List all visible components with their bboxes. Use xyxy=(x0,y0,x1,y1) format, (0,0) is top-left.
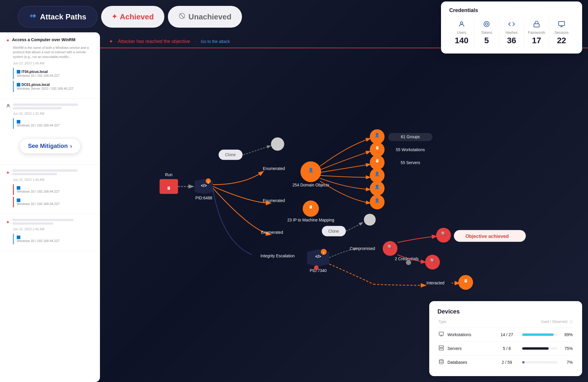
workstations-icon xyxy=(439,331,444,338)
edge-to-enum2 xyxy=(213,186,270,203)
sidebar-item-1-desc: WinRM is the name of both a Windows serv… xyxy=(13,46,94,59)
edge-to-group2 xyxy=(320,176,370,177)
svg-text:Integrity Escalation: Integrity Escalation xyxy=(260,254,295,258)
banner-icon: ✦ xyxy=(109,38,113,45)
databases-icon xyxy=(439,359,444,366)
device-row-workstations: Workstations 14 / 27 89% xyxy=(437,328,574,341)
edge-clone-bottom xyxy=(346,223,362,231)
credential-tokens: Tokens 5 xyxy=(474,18,499,48)
sidebar-device-1a: IT04.picus.local Windows 10 / 192.168.44… xyxy=(13,68,94,79)
threat-icon-3: ✦ xyxy=(6,170,10,176)
sidebar-item-3-date: Jun 22, 2023 1:46 AM xyxy=(13,178,94,181)
svg-text:55 Servers: 55 Servers xyxy=(400,161,420,165)
devices-title: Devices xyxy=(437,308,574,315)
svg-text:👤: 👤 xyxy=(375,133,380,138)
passwords-value: 17 xyxy=(525,36,548,45)
device-row-databases: Databases 2 / 59 7% xyxy=(437,355,574,369)
sidebar-item-1-date: Jun 22, 2023 1:46 AM xyxy=(13,61,94,65)
workstations-label: Workstations xyxy=(447,332,495,337)
workstations-pct: 89% xyxy=(561,332,573,337)
svg-text:Compromised: Compromised xyxy=(350,246,375,251)
svg-text:Enumerated: Enumerated xyxy=(263,166,285,171)
tab-attack-paths-label: Attack Paths xyxy=(40,12,86,21)
svg-rect-10 xyxy=(439,332,444,335)
svg-text:🖥: 🖥 xyxy=(375,146,379,150)
sessions-label: Sessions xyxy=(550,31,573,35)
tab-unachieved-label: Unachieved xyxy=(188,12,231,21)
svg-text:🔍: 🔍 xyxy=(387,244,393,249)
svg-point-3 xyxy=(460,22,463,24)
svg-text:🔍: 🔍 xyxy=(430,258,435,263)
svg-rect-7 xyxy=(559,21,564,26)
sidebar-item-2-date: Jun 22, 2023 1:32 AM xyxy=(13,112,94,115)
hashes-label: Hashes xyxy=(500,31,523,35)
credential-hashes: Hashes 36 xyxy=(499,18,524,48)
svg-point-17 xyxy=(439,360,443,361)
unachieved-icon xyxy=(178,12,186,21)
servers-icon xyxy=(439,345,444,352)
svg-text:!: ! xyxy=(323,251,325,256)
device-row-servers: Servers 5 / 8 75% xyxy=(437,341,574,355)
pid6488-label: PID:6488 xyxy=(196,196,213,200)
svg-text:✦: ✦ xyxy=(455,232,458,236)
attack-paths-icon xyxy=(29,12,37,22)
svg-text:</>: </> xyxy=(201,184,207,188)
clone-target-node xyxy=(271,137,284,151)
sidebar-device-1b-name: DC01.picus.local xyxy=(21,83,50,87)
sidebar-item-3: ✦ Jun 22, 2023 1:46 AM Windows 10 / 192.… xyxy=(0,165,100,214)
svg-rect-14 xyxy=(439,348,444,350)
workstations-progress xyxy=(522,333,557,336)
threat-icon-1: ✦ xyxy=(6,38,10,43)
threat-icon-4: ✦ xyxy=(6,219,10,225)
sidebar-device-1b: DC01.picus.local Windows Server 2022 / 1… xyxy=(13,81,94,92)
svg-text:🖥: 🖥 xyxy=(375,159,379,163)
edge-orange-lower2 xyxy=(373,284,425,286)
sidebar-item-4: ✦ Jun 22, 2023 1:46 AM Windows 10 / 192.… xyxy=(0,214,100,251)
svg-text:👤: 👤 xyxy=(375,171,380,176)
edge-clone-top xyxy=(243,146,270,155)
hashes-icon xyxy=(500,21,523,29)
ip-mapping-label: 23 IP to Machine Mapping xyxy=(287,218,334,222)
sidebar-device-3b-detail: Windows 10 / 192.168.44.227 xyxy=(17,202,91,206)
sidebar-device-4-detail: Windows 10 / 192.168.44.227 xyxy=(17,239,91,243)
users-label: Users xyxy=(450,31,473,35)
sidebar-item-4-date: Jun 22, 2023 1:46 AM xyxy=(13,227,94,231)
tab-achieved-label: Achieved xyxy=(120,12,154,21)
passwords-label: Passwords xyxy=(525,31,548,35)
databases-count: 2 / 59 xyxy=(495,360,519,365)
svg-point-2 xyxy=(7,104,9,106)
edge-to-objective xyxy=(397,236,436,242)
see-mitigation-label: See Mitigation xyxy=(28,143,68,149)
see-mitigation-button[interactable]: See Mitigation › xyxy=(19,138,81,154)
svg-text:Enumerated: Enumerated xyxy=(261,230,283,235)
tab-attack-paths[interactable]: Attack Paths xyxy=(18,6,98,28)
svg-point-42 xyxy=(314,266,318,270)
edge-orange-lower1 xyxy=(329,264,374,284)
hashes-value: 36 xyxy=(500,36,523,45)
sidebar-device-4: Windows 10 / 192.168.44.227 xyxy=(13,234,94,244)
sidebar-device-2-detail: Windows 10 / 192.168.44.227 xyxy=(17,124,91,127)
svg-text:Clone: Clone xyxy=(328,229,339,233)
tab-unachieved[interactable]: Unachieved xyxy=(168,6,242,28)
svg-text:👤: 👤 xyxy=(375,198,380,203)
tokens-value: 5 xyxy=(475,36,498,45)
servers-count: 5 / 8 xyxy=(495,346,519,351)
edge-dark-main xyxy=(213,190,252,255)
tab-achieved[interactable]: ✦ Achieved xyxy=(101,6,165,28)
win-icon-1a xyxy=(17,70,20,74)
svg-text:!: ! xyxy=(208,180,209,185)
svg-text:Clone: Clone xyxy=(225,153,236,157)
servers-pct: 75% xyxy=(561,346,573,351)
sidebar-device-2: Windows 10 / 192.168.44.227 xyxy=(13,118,94,129)
svg-rect-13 xyxy=(439,346,444,348)
tokens-label: Tokens xyxy=(475,31,498,35)
credentials-card: Credentials Users 140 Tokens 5 xyxy=(441,1,582,54)
devices-header: Type Used / Observed ⓘ xyxy=(437,320,574,324)
sidebar-item-1-title: Access a Computer over WinRM xyxy=(12,37,75,42)
tokens-icon xyxy=(475,21,498,29)
sidebar-device-1a-detail: Windows 10 / 192.168.44.227 xyxy=(17,74,91,77)
sidebar-device-1b-detail: Windows Server 2022 / 192.168.46.227 xyxy=(17,87,91,90)
banner-text: Attacker has reached the objective xyxy=(118,39,190,44)
banner-link[interactable]: Go to the attack xyxy=(201,39,230,44)
pid7340-label: PID:7340 xyxy=(310,268,327,273)
